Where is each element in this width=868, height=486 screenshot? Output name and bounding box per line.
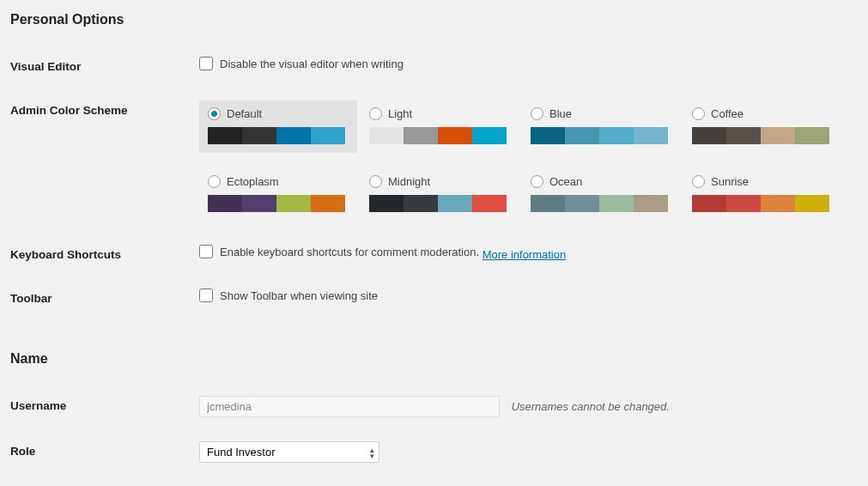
color-scheme-radio-row[interactable]: Light [369, 107, 510, 120]
color-swatch [599, 195, 634, 212]
color-swatch [404, 195, 438, 212]
color-swatch-row [531, 195, 668, 212]
color-scheme-radio-row[interactable]: Ocean [531, 175, 671, 188]
color-scheme-option-ectoplasm[interactable]: Ectoplasm [199, 168, 357, 221]
color-swatch-row [369, 127, 507, 144]
section-heading-personal-options: Personal Options [10, 12, 853, 27]
color-swatch [472, 195, 507, 212]
color-swatch [404, 127, 438, 144]
color-scheme-option-ocean[interactable]: Ocean [522, 168, 680, 221]
radio-icon[interactable] [208, 107, 221, 120]
color-scheme-name: Coffee [711, 107, 744, 120]
color-swatch-row [692, 127, 829, 144]
color-scheme-name: Ectoplasm [227, 175, 279, 188]
color-swatch [599, 127, 634, 144]
radio-icon[interactable] [208, 175, 221, 188]
color-swatch-row [208, 195, 345, 212]
radio-icon[interactable] [692, 175, 705, 188]
username-field [199, 396, 500, 417]
toolbar-checkbox-text: Show Toolbar when viewing site [220, 289, 378, 302]
color-scheme-name: Default [227, 107, 262, 120]
section-heading-name: Name [10, 351, 853, 367]
color-swatch [531, 127, 565, 144]
username-description: Usernames cannot be changed. [512, 400, 670, 413]
color-scheme-radio-row[interactable]: Blue [531, 107, 671, 120]
color-scheme-option-midnight[interactable]: Midnight [361, 168, 519, 221]
color-swatch [208, 127, 242, 144]
color-swatch [311, 127, 345, 144]
color-scheme-radio-row[interactable]: Default [208, 107, 349, 120]
color-scheme-name: Midnight [388, 175, 430, 188]
color-swatch [795, 127, 829, 144]
color-swatch [761, 127, 795, 144]
color-swatch-row [208, 127, 345, 144]
color-scheme-name: Blue [549, 107, 572, 120]
toolbar-checkbox-label[interactable]: Show Toolbar when viewing site [199, 289, 378, 302]
color-swatch [565, 195, 599, 212]
color-swatch [242, 127, 276, 144]
color-scheme-name: Ocean [549, 175, 582, 188]
color-swatch [369, 195, 404, 212]
color-swatch [531, 195, 565, 212]
color-scheme-option-sunrise[interactable]: Sunrise [683, 168, 841, 221]
color-swatch [692, 195, 726, 212]
color-scheme-radio-row[interactable]: Ectoplasm [208, 175, 349, 188]
color-scheme-option-default[interactable]: Default [199, 100, 357, 153]
color-swatch [565, 127, 599, 144]
color-swatch [369, 127, 404, 144]
color-swatch [692, 127, 726, 144]
color-swatch [242, 195, 276, 212]
color-scheme-radio-row[interactable]: Sunrise [692, 175, 833, 188]
color-swatch [276, 195, 311, 212]
color-scheme-label: Admin Color Scheme [10, 88, 199, 233]
color-swatch [276, 127, 311, 144]
color-swatch-row [692, 195, 829, 212]
username-label: Username [10, 384, 199, 429]
radio-icon[interactable] [531, 175, 543, 188]
visual-editor-label: Visual Editor [10, 45, 199, 88]
visual-editor-checkbox-label[interactable]: Disable the visual editor when writing [199, 57, 404, 70]
color-swatch [761, 195, 795, 212]
keyboard-shortcuts-label: Keyboard Shortcuts [10, 233, 199, 276]
color-scheme-radio-row[interactable]: Midnight [369, 175, 510, 188]
color-swatch [311, 195, 345, 212]
keyboard-shortcuts-more-info-link[interactable]: More information [483, 248, 567, 261]
color-scheme-option-coffee[interactable]: Coffee [683, 100, 841, 153]
color-scheme-name: Light [388, 107, 412, 120]
color-swatch-row [531, 127, 668, 144]
color-scheme-option-blue[interactable]: Blue [522, 100, 680, 153]
color-swatch [634, 195, 668, 212]
color-swatch [634, 127, 668, 144]
role-label: Role [10, 429, 199, 475]
toolbar-label: Toolbar [10, 276, 199, 320]
color-swatch [472, 127, 507, 144]
color-scheme-name: Sunrise [711, 175, 749, 188]
visual-editor-checkbox[interactable] [199, 57, 213, 70]
color-swatch [438, 127, 472, 144]
radio-icon[interactable] [531, 107, 543, 120]
radio-icon[interactable] [369, 107, 382, 120]
color-scheme-grid: DefaultLightBlueCoffeeEctoplasmMidnightO… [199, 100, 853, 221]
keyboard-shortcuts-checkbox[interactable] [199, 245, 213, 258]
toolbar-checkbox[interactable] [199, 289, 213, 302]
color-scheme-option-light[interactable]: Light [361, 100, 519, 153]
visual-editor-checkbox-text: Disable the visual editor when writing [220, 58, 404, 70]
color-swatch [726, 127, 761, 144]
color-swatch-row [369, 195, 507, 212]
radio-icon[interactable] [692, 107, 705, 120]
color-swatch [726, 195, 761, 212]
keyboard-shortcuts-checkbox-text: Enable keyboard shortcuts for comment mo… [220, 246, 479, 258]
color-swatch [208, 195, 242, 212]
role-select[interactable]: Fund Investor [199, 441, 379, 463]
radio-icon[interactable] [369, 175, 382, 188]
keyboard-shortcuts-checkbox-label[interactable]: Enable keyboard shortcuts for comment mo… [199, 245, 479, 258]
color-swatch [438, 195, 472, 212]
color-scheme-radio-row[interactable]: Coffee [692, 107, 833, 120]
color-swatch [795, 195, 829, 212]
